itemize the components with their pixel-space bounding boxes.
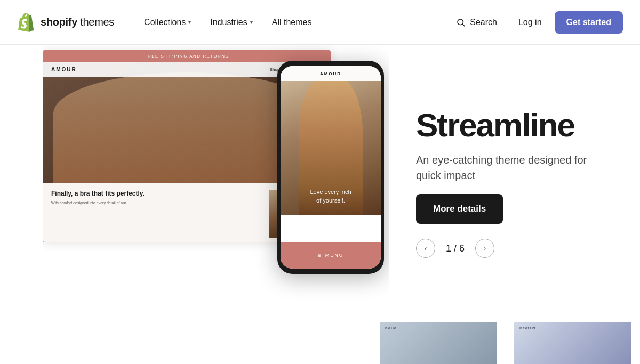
theme-name-heading: Streamline (416, 109, 608, 142)
search-icon (456, 18, 466, 27)
prev-arrow-icon: ‹ (425, 244, 427, 253)
shopify-logo-icon (17, 13, 36, 32)
logo-link[interactable]: shopify themes (17, 13, 114, 32)
carousel-prev-button[interactable]: ‹ (416, 239, 435, 258)
hero-section: FREE SHIPPING AND RETURNS AMOUR Shop Loo… (0, 45, 640, 322)
theme-preview-area: FREE SHIPPING AND RETURNS AMOUR Shop Loo… (43, 45, 389, 322)
thumbnail-item[interactable]: Beatrix (514, 322, 631, 364)
nav-all-themes[interactable]: All themes (263, 12, 321, 33)
mobile-screen: AMOUR Love every inch of yourself. ≡ MEN… (281, 66, 381, 269)
site-header: shopify themes Collections ▾ Industries … (0, 0, 640, 45)
mobile-menu-icon: ≡ (318, 253, 321, 258)
svg-line-1 (463, 24, 465, 26)
login-button[interactable]: Log in (510, 12, 550, 33)
carousel-controls: ‹ 1 / 6 › (416, 239, 608, 258)
carousel-next-button[interactable]: › (475, 239, 494, 258)
nav-collections[interactable]: Collections ▾ (135, 12, 199, 33)
mobile-site-header: AMOUR (281, 66, 381, 81)
theme-description-text: An eye-catching theme designed for quick… (416, 152, 597, 183)
theme-thumbnails-row: Kallo Beatrix (0, 322, 640, 364)
mobile-menu-bar: ≡ MENU (281, 242, 381, 269)
next-arrow-icon: › (484, 244, 486, 253)
thumbnail-item[interactable]: Kallo (380, 322, 497, 364)
get-started-button[interactable]: Get started (555, 11, 623, 34)
industries-chevron-icon: ▾ (250, 19, 253, 25)
hero-info-panel: Streamline An eye-catching theme designe… (389, 109, 640, 258)
search-button[interactable]: Search (447, 12, 506, 33)
more-details-button[interactable]: More details (416, 194, 503, 224)
header-actions: Search Log in Get started (447, 11, 623, 34)
nav-industries[interactable]: Industries ▾ (202, 12, 261, 33)
collections-chevron-icon: ▾ (188, 19, 191, 25)
mobile-hero-image: Love every inch of yourself. (281, 66, 381, 215)
carousel-counter: 1 / 6 (446, 243, 465, 254)
mobile-hero-text: Love every inch of yourself. (281, 188, 381, 205)
mobile-mockup: AMOUR Love every inch of yourself. ≡ MEN… (277, 61, 384, 274)
desktop-promo-bar: FREE SHIPPING AND RETURNS (43, 50, 331, 62)
main-nav: Collections ▾ Industries ▾ All themes (135, 12, 447, 33)
logo-text: shopify themes (41, 16, 114, 28)
